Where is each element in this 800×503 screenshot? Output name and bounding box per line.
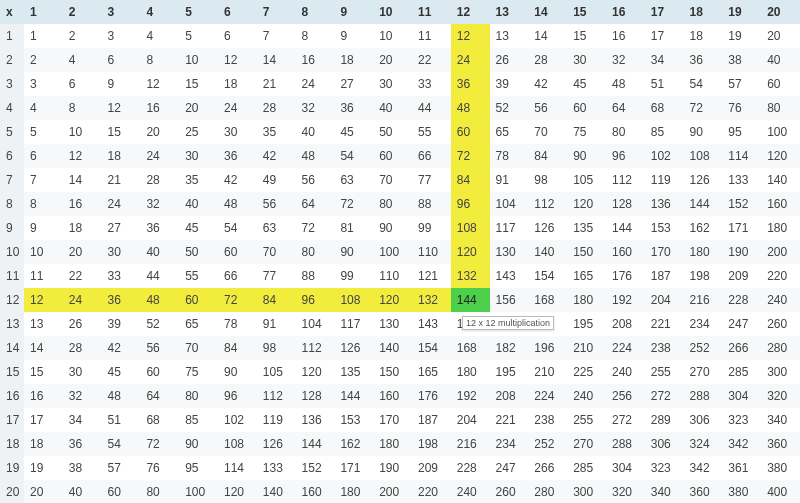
- product-cell[interactable]: 13: [490, 24, 529, 48]
- product-cell[interactable]: 22: [412, 48, 451, 72]
- product-cell[interactable]: 22: [63, 264, 102, 288]
- product-cell[interactable]: 152: [296, 456, 335, 480]
- product-cell[interactable]: 130: [373, 312, 412, 336]
- product-cell[interactable]: 18: [63, 216, 102, 240]
- product-cell[interactable]: 190: [373, 456, 412, 480]
- product-cell[interactable]: 6: [218, 24, 257, 48]
- product-cell[interactable]: 306: [684, 408, 723, 432]
- product-cell[interactable]: 18: [102, 144, 141, 168]
- product-cell[interactable]: 17: [645, 24, 684, 48]
- product-cell[interactable]: 90: [334, 240, 373, 264]
- product-cell[interactable]: 133: [257, 456, 296, 480]
- col-header[interactable]: 15: [567, 0, 606, 24]
- product-cell[interactable]: 24: [63, 288, 102, 312]
- product-cell[interactable]: 48: [296, 144, 335, 168]
- product-cell[interactable]: 300: [761, 360, 800, 384]
- product-cell[interactable]: 42: [528, 72, 567, 96]
- product-cell[interactable]: 80: [296, 240, 335, 264]
- product-cell[interactable]: 204: [451, 408, 490, 432]
- product-cell[interactable]: 340: [761, 408, 800, 432]
- product-cell[interactable]: 340: [645, 480, 684, 503]
- product-cell[interactable]: 80: [761, 96, 800, 120]
- product-cell[interactable]: 19: [722, 24, 761, 48]
- product-cell[interactable]: 16: [140, 96, 179, 120]
- product-cell[interactable]: 182: [528, 312, 567, 336]
- product-cell[interactable]: 192: [451, 384, 490, 408]
- product-cell[interactable]: 12: [102, 96, 141, 120]
- product-cell[interactable]: 75: [567, 120, 606, 144]
- product-cell[interactable]: 266: [722, 336, 761, 360]
- product-cell[interactable]: 80: [373, 192, 412, 216]
- product-cell[interactable]: 361: [722, 456, 761, 480]
- product-cell[interactable]: 17: [24, 408, 63, 432]
- product-cell[interactable]: 60: [218, 240, 257, 264]
- col-header[interactable]: 19: [722, 0, 761, 24]
- product-cell[interactable]: 72: [140, 432, 179, 456]
- product-cell[interactable]: 168: [451, 336, 490, 360]
- product-cell[interactable]: 120: [218, 480, 257, 503]
- product-cell[interactable]: 90: [373, 216, 412, 240]
- product-cell[interactable]: 240: [606, 360, 645, 384]
- product-cell[interactable]: 100: [179, 480, 218, 503]
- col-header[interactable]: 13: [490, 0, 529, 24]
- product-cell[interactable]: 12: [140, 72, 179, 96]
- product-cell[interactable]: 4: [24, 96, 63, 120]
- product-cell[interactable]: 16: [606, 24, 645, 48]
- product-cell[interactable]: 56: [296, 168, 335, 192]
- product-cell[interactable]: 64: [140, 384, 179, 408]
- product-cell[interactable]: 72: [334, 192, 373, 216]
- product-cell[interactable]: 45: [334, 120, 373, 144]
- product-cell[interactable]: 209: [412, 456, 451, 480]
- product-cell[interactable]: 24: [296, 72, 335, 96]
- product-cell[interactable]: 110: [412, 240, 451, 264]
- product-cell[interactable]: 180: [761, 216, 800, 240]
- product-cell[interactable]: 9: [334, 24, 373, 48]
- product-cell[interactable]: 272: [606, 408, 645, 432]
- product-cell[interactable]: 16: [24, 384, 63, 408]
- product-cell[interactable]: 112: [606, 168, 645, 192]
- product-cell[interactable]: 98: [257, 336, 296, 360]
- product-cell[interactable]: 304: [606, 456, 645, 480]
- product-cell[interactable]: 140: [528, 240, 567, 264]
- product-cell[interactable]: 12: [451, 24, 490, 48]
- product-cell[interactable]: 234: [684, 312, 723, 336]
- product-cell[interactable]: 98: [528, 168, 567, 192]
- product-cell[interactable]: 32: [296, 96, 335, 120]
- product-cell[interactable]: 57: [102, 456, 141, 480]
- product-cell[interactable]: 34: [645, 48, 684, 72]
- product-cell[interactable]: 40: [761, 48, 800, 72]
- product-cell[interactable]: 63: [334, 168, 373, 192]
- product-cell[interactable]: 95: [179, 456, 218, 480]
- col-header[interactable]: 1: [24, 0, 63, 24]
- product-cell[interactable]: 133: [722, 168, 761, 192]
- product-cell[interactable]: 208: [490, 384, 529, 408]
- product-cell[interactable]: 54: [334, 144, 373, 168]
- product-cell[interactable]: 10: [373, 24, 412, 48]
- product-cell[interactable]: 225: [567, 360, 606, 384]
- product-cell[interactable]: 140: [373, 336, 412, 360]
- col-header[interactable]: 3: [102, 0, 141, 24]
- col-header[interactable]: 18: [684, 0, 723, 24]
- product-cell[interactable]: 55: [412, 120, 451, 144]
- product-cell[interactable]: 171: [334, 456, 373, 480]
- product-cell[interactable]: 210: [567, 336, 606, 360]
- product-cell[interactable]: 108: [684, 144, 723, 168]
- product-cell[interactable]: 192: [606, 288, 645, 312]
- product-cell[interactable]: 180: [684, 240, 723, 264]
- product-cell[interactable]: 36: [451, 72, 490, 96]
- product-cell[interactable]: 176: [606, 264, 645, 288]
- product-cell[interactable]: 32: [140, 192, 179, 216]
- product-cell[interactable]: 108: [218, 432, 257, 456]
- product-cell[interactable]: 20: [373, 48, 412, 72]
- product-cell[interactable]: 12: [218, 48, 257, 72]
- product-cell[interactable]: 105: [257, 360, 296, 384]
- product-cell[interactable]: 255: [567, 408, 606, 432]
- product-cell[interactable]: 36: [140, 216, 179, 240]
- product-cell[interactable]: 252: [684, 336, 723, 360]
- row-header[interactable]: 11: [0, 264, 24, 288]
- product-cell[interactable]: 196: [528, 336, 567, 360]
- product-cell[interactable]: 20: [63, 240, 102, 264]
- product-cell[interactable]: 20: [179, 96, 218, 120]
- product-cell[interactable]: 360: [684, 480, 723, 503]
- product-cell[interactable]: 119: [645, 168, 684, 192]
